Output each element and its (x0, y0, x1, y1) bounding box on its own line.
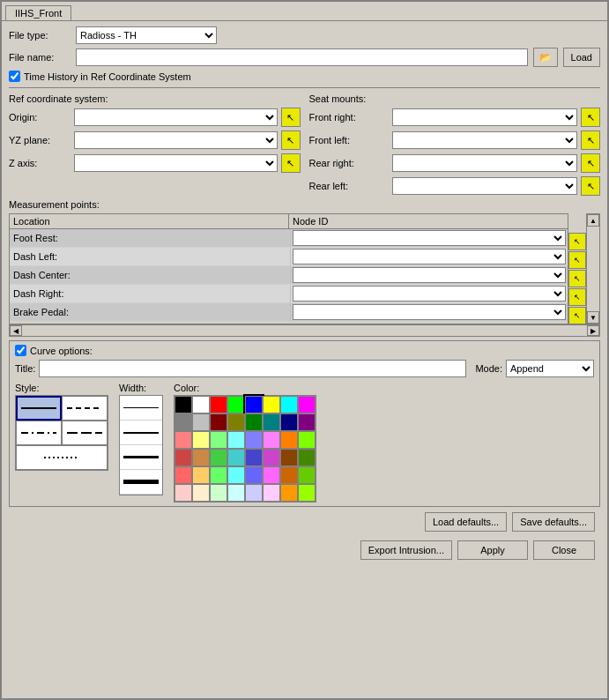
scroll-right-btn[interactable]: ▶ (587, 325, 599, 336)
color-cell-38[interactable] (280, 466, 298, 484)
color-cell-12[interactable] (245, 413, 263, 431)
rear-left-select[interactable] (392, 177, 578, 195)
color-cell-29[interactable] (263, 449, 280, 466)
yz-plane-select[interactable] (74, 131, 278, 149)
color-cell-37[interactable] (263, 466, 280, 484)
color-cell-31[interactable] (298, 449, 316, 466)
color-cell-6[interactable] (280, 396, 298, 413)
style-cell-dash[interactable] (62, 396, 108, 421)
color-cell-20[interactable] (245, 431, 263, 449)
save-defaults-button[interactable]: Save defaults... (512, 512, 595, 532)
row-select-0[interactable] (293, 230, 566, 246)
title-input[interactable] (39, 360, 466, 377)
z-axis-select[interactable] (74, 154, 278, 172)
front-left-select[interactable] (392, 131, 578, 149)
z-axis-pick-btn[interactable]: ↖ (281, 153, 301, 173)
folder-button[interactable]: 📂 (533, 48, 558, 67)
width-cell-2[interactable] (120, 421, 162, 445)
mode-select[interactable]: Append Replace New (506, 360, 594, 377)
color-cell-8[interactable] (175, 413, 192, 431)
scroll-up-btn[interactable]: ▲ (587, 214, 599, 227)
color-cell-17[interactable] (192, 431, 210, 449)
color-cell-21[interactable] (263, 431, 280, 449)
load-defaults-button[interactable]: Load defaults... (425, 512, 507, 532)
width-cell-4[interactable] (120, 470, 162, 495)
color-cell-45[interactable] (263, 484, 280, 502)
color-cell-47[interactable] (298, 484, 316, 502)
color-cell-34[interactable] (210, 466, 227, 484)
color-cell-27[interactable] (227, 449, 245, 466)
color-cell-19[interactable] (227, 431, 245, 449)
color-cell-2[interactable] (210, 396, 227, 413)
color-cell-11[interactable] (227, 413, 245, 431)
color-cell-4[interactable] (245, 396, 263, 413)
color-cell-46[interactable] (280, 484, 298, 502)
color-cell-35[interactable] (227, 466, 245, 484)
row-select-4[interactable] (293, 304, 566, 320)
color-cell-32[interactable] (175, 466, 192, 484)
row-pick-btn-2[interactable]: ↖ (568, 251, 586, 269)
color-cell-30[interactable] (280, 449, 298, 466)
row-select-3[interactable] (293, 286, 566, 302)
apply-button[interactable]: Apply (457, 540, 528, 560)
row-pick-btn-1[interactable]: ↖ (568, 233, 586, 250)
load-button[interactable]: Load (563, 48, 600, 67)
rear-left-pick-btn[interactable]: ↖ (581, 176, 600, 196)
front-right-select[interactable] (392, 108, 578, 126)
tab-iihs-front[interactable]: IIHS_Front (5, 5, 71, 20)
color-cell-15[interactable] (298, 413, 316, 431)
style-cell-long-dash[interactable] (62, 421, 108, 445)
origin-select[interactable] (74, 108, 278, 126)
color-cell-22[interactable] (280, 431, 298, 449)
width-cell-1[interactable] (120, 396, 162, 421)
color-cell-33[interactable] (192, 466, 210, 484)
table-scrollbar[interactable]: ▲ ▼ (586, 213, 600, 324)
color-cell-10[interactable] (210, 413, 227, 431)
color-cell-42[interactable] (210, 484, 227, 502)
color-cell-44[interactable] (245, 484, 263, 502)
color-cell-41[interactable] (192, 484, 210, 502)
row-select-2[interactable] (293, 267, 566, 283)
color-cell-13[interactable] (263, 413, 280, 431)
front-right-pick-btn[interactable]: ↖ (581, 108, 600, 127)
row-select-1[interactable] (293, 249, 566, 264)
export-intrusion-button[interactable]: Export Intrusion... (360, 540, 452, 560)
time-history-checkbox[interactable] (9, 71, 20, 82)
rear-right-pick-btn[interactable]: ↖ (581, 153, 600, 173)
scroll-left-btn[interactable]: ◀ (10, 325, 22, 336)
row-pick-btn-5[interactable]: ↖ (568, 307, 586, 324)
front-left-pick-btn[interactable]: ↖ (581, 130, 600, 150)
color-cell-25[interactable] (192, 449, 210, 466)
color-cell-40[interactable] (175, 484, 192, 502)
color-cell-23[interactable] (298, 431, 316, 449)
color-cell-3[interactable] (227, 396, 245, 413)
color-cell-16[interactable] (175, 431, 192, 449)
width-cell-3[interactable] (120, 445, 162, 470)
style-cell-dash-dot[interactable] (16, 421, 62, 445)
color-cell-36[interactable] (245, 466, 263, 484)
table-hscrollbar[interactable]: ◀ ▶ (9, 324, 600, 337)
color-cell-1[interactable] (192, 396, 210, 413)
style-cell-solid[interactable] (16, 396, 62, 421)
color-cell-26[interactable] (210, 449, 227, 466)
color-cell-18[interactable] (210, 431, 227, 449)
scroll-down-btn[interactable]: ▼ (587, 311, 599, 324)
color-cell-0[interactable] (175, 396, 192, 413)
curve-options-checkbox[interactable] (15, 345, 26, 356)
row-pick-btn-3[interactable]: ↖ (568, 270, 586, 287)
color-cell-24[interactable] (175, 449, 192, 466)
file-type-select[interactable]: Radioss - TH (76, 26, 217, 44)
file-name-input[interactable] (76, 48, 528, 66)
origin-pick-btn[interactable]: ↖ (281, 108, 301, 127)
color-cell-14[interactable] (280, 413, 298, 431)
row-pick-btn-4[interactable]: ↖ (568, 288, 586, 306)
color-cell-43[interactable] (227, 484, 245, 502)
color-cell-28[interactable] (245, 449, 263, 466)
close-button[interactable]: Close (533, 540, 595, 560)
color-cell-9[interactable] (192, 413, 210, 431)
style-cell-dotted[interactable] (16, 445, 108, 470)
color-cell-5[interactable] (263, 396, 280, 413)
rear-right-select[interactable] (392, 154, 578, 172)
color-cell-39[interactable] (298, 466, 316, 484)
color-cell-7[interactable] (298, 396, 316, 413)
